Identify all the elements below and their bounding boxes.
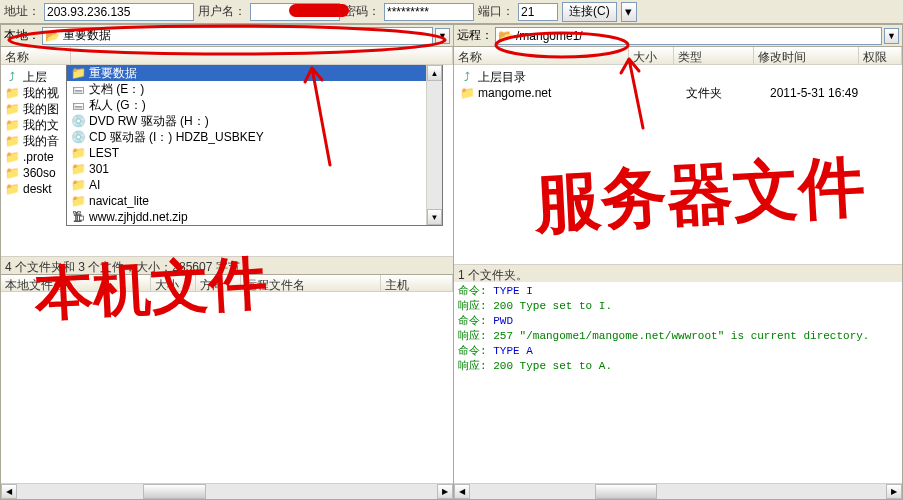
col-name[interactable]: 名称 — [454, 47, 629, 64]
dropdown-item-label: DVD RW 驱动器 (H：) — [89, 113, 209, 130]
scroll-right-button[interactable]: ▶ — [886, 484, 902, 499]
folder-icon: 📁 — [5, 150, 19, 164]
queue-body[interactable] — [1, 292, 453, 483]
up-icon: ⤴ — [460, 70, 474, 84]
dropdown-item[interactable]: 📁LEST — [67, 145, 442, 161]
list-item[interactable]: 📁360so — [3, 165, 61, 181]
file-type: 文件夹 — [686, 85, 766, 102]
list-item-label: .prote — [23, 150, 54, 164]
dropdown-item[interactable]: 📁AI — [67, 177, 442, 193]
list-item[interactable]: 📁mangome.net文件夹2011-5-31 16:49 — [458, 85, 888, 101]
local-hscroll[interactable]: ◀ ▶ — [1, 483, 453, 499]
queue-col-dir[interactable]: 方向 — [196, 275, 241, 291]
list-item[interactable]: 📁我的图 — [3, 101, 61, 117]
list-item[interactable]: ⤴上层 — [3, 69, 61, 85]
remote-hscroll[interactable]: ◀ ▶ — [454, 483, 902, 499]
zip-icon: 🗜 — [71, 210, 85, 224]
col-type[interactable]: 类型 — [674, 47, 754, 64]
cd-icon: 💿 — [71, 114, 85, 128]
scrollbar-vertical[interactable]: ▲ ▼ — [426, 65, 442, 225]
remote-column-headers: 名称 大小 类型 修改时间 权限 — [454, 47, 902, 65]
dropdown-item[interactable]: 📁301 — [67, 161, 442, 177]
scroll-thumb[interactable] — [143, 484, 206, 499]
folder-icon: 📁 — [5, 102, 19, 116]
file-name: mangome.net — [478, 86, 633, 100]
list-item[interactable]: 📁deskt — [3, 181, 61, 197]
redaction-mark — [289, 4, 349, 17]
remote-path-input[interactable]: 📂 /mangome1/ — [495, 27, 882, 45]
folder-icon: 📁 — [460, 86, 474, 100]
col-perm[interactable]: 权限 — [859, 47, 902, 64]
col-mtime[interactable]: 修改时间 — [754, 47, 859, 64]
log-body[interactable]: 命令: TYPE I响应: 200 Type set to I.命令: PWD响… — [454, 282, 902, 483]
local-path-input[interactable]: 📂 重要数据 — [42, 27, 433, 45]
dropdown-item[interactable]: 💿CD 驱动器 (I：) HDZB_USBKEY — [67, 129, 442, 145]
queue-col-host[interactable]: 主机 — [381, 275, 453, 291]
log-line: 响应: 200 Type set to I. — [458, 298, 898, 313]
log-line: 响应: 200 Type set to A. — [458, 358, 898, 373]
list-item[interactable]: 📁我的视 — [3, 85, 61, 101]
dropdown-item[interactable]: 📁重要数据 — [67, 65, 442, 81]
folder-icon: 📁 — [5, 134, 19, 148]
dropdown-item-label: www.zjhjdd.net.zip — [89, 210, 188, 224]
local-status: 4 个文件夹和 3 个文件，大小：285607 字节。 — [1, 256, 453, 274]
list-item[interactable]: ⤴上层目录 — [458, 69, 888, 85]
scroll-down-button[interactable]: ▼ — [427, 209, 442, 225]
remote-path-label: 远程： — [457, 27, 493, 44]
remote-file-area[interactable]: ⤴上层目录📁mangome.net文件夹2011-5-31 16:49 — [454, 65, 902, 264]
drive-icon: 🖴 — [71, 82, 85, 96]
col-size[interactable]: 大小 — [629, 47, 674, 64]
scroll-right-button[interactable]: ▶ — [437, 484, 453, 499]
dropdown-item[interactable]: 💿DVD RW 驱动器 (H：) — [67, 113, 442, 129]
folder-open-icon: 📂 — [498, 29, 512, 43]
remote-pane: 远程： 📂 /mangome1/ ▼ 名称 大小 类型 修改时间 权限 ⤴上层目… — [454, 24, 903, 500]
drive-icon: 🖴 — [71, 98, 85, 112]
local-path-dropdown-button[interactable]: ▼ — [435, 28, 450, 44]
dropdown-item[interactable]: 🖴私人 (G：) — [67, 97, 442, 113]
folder-icon: 📁 — [71, 194, 85, 208]
log-line: 命令: TYPE A — [458, 343, 898, 358]
remote-path-value: /mangome1/ — [516, 29, 583, 43]
scroll-left-button[interactable]: ◀ — [454, 484, 470, 499]
list-item[interactable]: 📁我的文 — [3, 117, 61, 133]
local-path-value: 重要数据 — [63, 27, 111, 44]
addr-input[interactable] — [44, 3, 194, 21]
queue-col-remote[interactable]: 远程文件名 — [241, 275, 381, 291]
file-mtime: 2011-5-31 16:49 — [770, 86, 858, 100]
remote-path-bar: 远程： 📂 /mangome1/ ▼ — [454, 25, 902, 47]
list-item[interactable]: 📁我的音 — [3, 133, 61, 149]
pass-input[interactable] — [384, 3, 474, 21]
dropdown-item-label: CD 驱动器 (I：) HDZB_USBKEY — [89, 129, 264, 146]
dropdown-item-label: AI — [89, 178, 100, 192]
list-item-label: 我的音 — [23, 133, 59, 150]
queue-col-size[interactable]: 大小 — [151, 275, 196, 291]
port-input[interactable] — [518, 3, 558, 21]
local-path-label: 本地： — [4, 27, 40, 44]
port-label: 端口： — [478, 3, 514, 20]
connect-dropdown-button[interactable]: ▾ — [621, 2, 637, 22]
addr-label: 地址： — [4, 3, 40, 20]
remote-status: 1 个文件夹。 — [454, 264, 902, 282]
folder-icon: 📁 — [71, 178, 85, 192]
scroll-left-button[interactable]: ◀ — [1, 484, 17, 499]
dropdown-item-label: 文档 (E：) — [89, 81, 144, 98]
scroll-up-button[interactable]: ▲ — [427, 65, 442, 81]
remote-path-dropdown-button[interactable]: ▼ — [884, 28, 899, 44]
folder-icon: 📁 — [5, 182, 19, 196]
dropdown-item-label: 私人 (G：) — [89, 97, 146, 114]
list-item-label: 上层 — [23, 69, 47, 86]
connect-button[interactable]: 连接(C) — [562, 2, 617, 22]
queue-headers: 本地文件名 大小 方向 远程文件名 主机 — [1, 274, 453, 292]
pass-label: 密码： — [344, 3, 380, 20]
log-line: 命令: PWD — [458, 313, 898, 328]
col-name[interactable]: 名称 — [1, 47, 71, 64]
local-path-dropdown[interactable]: ▲ ▼ 📁重要数据🖴文档 (E：)🖴私人 (G：)💿DVD RW 驱动器 (H：… — [66, 65, 443, 226]
queue-col-local[interactable]: 本地文件名 — [1, 275, 151, 291]
list-item[interactable]: 📁.prote — [3, 149, 61, 165]
dropdown-item[interactable]: 📁navicat_lite — [67, 193, 442, 209]
dropdown-item[interactable]: 🖴文档 (E：) — [67, 81, 442, 97]
local-file-area[interactable]: ⤴上层📁我的视📁我的图📁我的文📁我的音📁.prote📁360so📁deskt ▲… — [1, 65, 453, 256]
cd-icon: 💿 — [71, 130, 85, 144]
dropdown-item[interactable]: 🗜www.zjhjdd.net.zip — [67, 209, 442, 225]
scroll-thumb[interactable] — [595, 484, 657, 499]
